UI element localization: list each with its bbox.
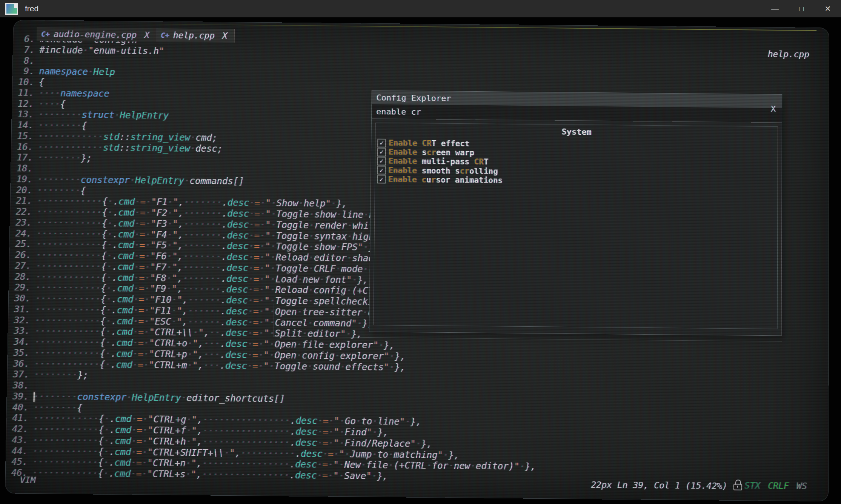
- line-number: 32.: [8, 315, 35, 326]
- app-icon: [5, 3, 18, 15]
- line-number: 33.: [8, 326, 35, 337]
- line-number: 6.: [13, 34, 40, 45]
- line-number: 42.: [6, 424, 33, 435]
- line-number: 43.: [6, 435, 33, 446]
- line-number: 11.: [12, 88, 38, 98]
- cpp-file-icon: C+: [161, 31, 169, 39]
- line-number: 44.: [6, 446, 33, 457]
- tab-label: audio-engine.cpp: [54, 29, 137, 40]
- line-number: 7.: [13, 45, 39, 55]
- line-number: 41.: [6, 413, 33, 424]
- line-number: 36.: [8, 358, 34, 370]
- config-section-header: System: [375, 125, 777, 138]
- line-number: 16.: [11, 141, 38, 152]
- checkbox-checked-icon[interactable]: ✓: [377, 138, 386, 147]
- titlebar: fred — □ ✕: [0, 0, 841, 17]
- line-number: 22.: [10, 206, 37, 217]
- checkbox-checked-icon[interactable]: ✓: [377, 175, 386, 184]
- line-number: 14.: [12, 120, 38, 131]
- minimize-button[interactable]: —: [762, 0, 788, 17]
- status-flag-ws[interactable]: WS: [796, 481, 807, 491]
- config-option-label: Enable CRT effect: [389, 138, 470, 148]
- tab-close-icon[interactable]: X: [144, 30, 149, 40]
- line-number: 9.: [12, 66, 39, 77]
- checkbox-checked-icon[interactable]: ✓: [377, 166, 386, 175]
- line-number: 38.: [7, 380, 34, 391]
- line-number: 24.: [10, 228, 36, 239]
- status-flags: STXCRLFWS: [744, 481, 807, 491]
- tab-audio-engine[interactable]: C+ audio-engine.cpp X: [37, 27, 156, 42]
- status-flag-stx[interactable]: STX: [744, 481, 760, 491]
- current-file-overlay: help.cpp: [768, 49, 809, 59]
- config-results: System ✓Enable CRT effect✓Enable screen …: [373, 123, 778, 329]
- line-number: 26.: [9, 250, 36, 261]
- line-number: 20.: [11, 184, 37, 195]
- window-title: fred: [25, 4, 38, 13]
- checkbox-checked-icon[interactable]: ✓: [377, 148, 386, 156]
- line-number: 12.: [12, 98, 38, 109]
- window-controls: — □ ✕: [762, 0, 841, 17]
- config-option-label: Enable cursor animations: [388, 175, 503, 185]
- config-option-label: Enable screen warp: [389, 148, 474, 157]
- line-number: 10.: [12, 77, 39, 88]
- line-number: 8.: [13, 55, 39, 66]
- status-position-info: 22px Ln 39, Col 1 (15.42%): [591, 480, 727, 491]
- config-explorer-panel: Config Explorer X enable cr System ✓Enab…: [369, 90, 782, 336]
- config-option-label: Enable multi-pass CRT: [389, 157, 489, 166]
- line-number: 18.: [11, 163, 37, 174]
- panel-close-button[interactable]: X: [771, 104, 776, 114]
- line-number: 29.: [9, 282, 35, 293]
- checkbox-checked-icon[interactable]: ✓: [377, 157, 386, 165]
- tab-label: help.cpp: [173, 31, 215, 41]
- cpp-file-icon: C+: [41, 30, 50, 38]
- config-option-list: ✓Enable CRT effect✓Enable screen warp✓En…: [375, 138, 778, 188]
- close-button[interactable]: ✕: [815, 0, 841, 17]
- status-flag-crlf[interactable]: CRLF: [768, 481, 789, 491]
- maximize-button[interactable]: □: [788, 0, 815, 17]
- line-number: 31.: [8, 304, 35, 315]
- line-number: 25.: [9, 239, 36, 250]
- crt-screen-area: C+ audio-engine.cpp X C+ help.cpp X help…: [0, 17, 841, 504]
- line-number: 27.: [9, 260, 35, 271]
- line-number: 13.: [12, 109, 38, 120]
- line-number: 30.: [9, 293, 35, 304]
- editor-mode-indicator: VIM: [20, 475, 36, 485]
- tab-close-icon[interactable]: X: [222, 31, 228, 41]
- line-number: 35.: [8, 347, 34, 359]
- line-number: 40.: [7, 402, 34, 413]
- tab-help[interactable]: C+ help.cpp X: [156, 28, 235, 43]
- line-number: 23.: [10, 217, 36, 228]
- line-number: 39.: [7, 391, 34, 402]
- crt-screen: C+ audio-engine.cpp X C+ help.cpp X help…: [5, 20, 829, 502]
- config-option-label: Enable smooth scrolling: [388, 166, 498, 176]
- line-number: 19.: [11, 174, 37, 185]
- line-number: 17.: [11, 152, 37, 163]
- line-number: 15.: [11, 131, 38, 141]
- line-number: 37.: [7, 369, 34, 380]
- lock-icon: [733, 479, 743, 490]
- line-number: 45.: [6, 456, 32, 468]
- line-number: 28.: [9, 271, 36, 282]
- line-number: 34.: [8, 337, 35, 348]
- tabbar: C+ audio-engine.cpp X C+ help.cpp X: [37, 27, 235, 43]
- line-number: 21.: [10, 195, 37, 206]
